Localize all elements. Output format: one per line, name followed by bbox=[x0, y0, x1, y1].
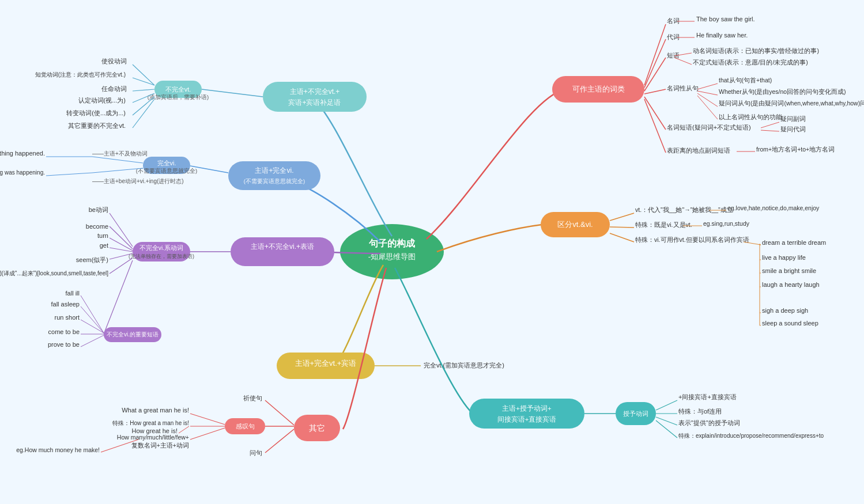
svg-line-80 bbox=[190, 428, 225, 439]
svg-line-47 bbox=[110, 258, 133, 274]
svg-text:特殊：vi.可用作vt.但要以同系名词作宾语: 特殊：vi.可用作vt.但要以同系名词作宾语 bbox=[635, 236, 749, 243]
svg-line-73 bbox=[190, 414, 225, 425]
svg-text:其它: 其它 bbox=[309, 423, 325, 433]
svg-rect-16 bbox=[228, 161, 320, 190]
svg-text:eg.sing,run,study: eg.sing,run,study bbox=[703, 220, 750, 227]
svg-text:不完全vi.的重要短语: 不完全vi.的重要短语 bbox=[107, 331, 159, 338]
svg-text:(添加宾语后，需要补语): (添加宾语后，需要补语) bbox=[148, 94, 209, 100]
svg-line-54 bbox=[81, 306, 104, 333]
svg-text:特殊：与of连用: 特殊：与of连用 bbox=[678, 408, 722, 415]
svg-rect-77 bbox=[189, 418, 190, 435]
center-label1: 句子的构成 bbox=[368, 238, 416, 248]
svg-text:live a happy life: live a happy life bbox=[762, 254, 806, 261]
svg-text:知觉动词(注意：此类也可作完全vt.): 知觉动词(注意：此类也可作完全vt.) bbox=[35, 71, 126, 78]
branch1-label1: 主语+不完全vt.+ bbox=[290, 88, 340, 96]
svg-text:eg.love,hate,notice,do,make,en: eg.love,hate,notice,do,make,enjoy bbox=[727, 204, 820, 211]
svg-text:表距离的地点副词短语: 表距离的地点副词短语 bbox=[667, 147, 730, 154]
svg-line-41 bbox=[110, 238, 133, 251]
svg-line-14 bbox=[133, 99, 154, 128]
svg-text:run short: run short bbox=[55, 314, 80, 321]
svg-line-23 bbox=[92, 157, 143, 163]
svg-text:+间接宾语+直接宾语: +间接宾语+直接宾语 bbox=[678, 393, 737, 400]
svg-line-8 bbox=[133, 89, 154, 91]
svg-line-149 bbox=[697, 93, 718, 107]
svg-line-103 bbox=[610, 213, 634, 221]
svg-text:认定动词(视...为): 认定动词(视...为) bbox=[78, 97, 126, 104]
svg-rect-87 bbox=[469, 399, 584, 429]
svg-text:How many/much/little/few+: How many/much/little/few+ bbox=[117, 434, 189, 441]
svg-text:特殊：explain/introduce/propose/r: 特殊：explain/introduce/propose/recommend/e… bbox=[678, 433, 824, 439]
svg-line-0 bbox=[202, 89, 263, 97]
svg-text:不完全vt.: 不完全vt. bbox=[165, 86, 191, 93]
svg-text:疑问代词: 疑问代词 bbox=[780, 126, 806, 132]
svg-line-93 bbox=[656, 400, 677, 410]
svg-text:复数名词+主语+动词: 复数名词+主语+动词 bbox=[131, 442, 189, 449]
svg-text:——主语+不及物动词: ——主语+不及物动词 bbox=[92, 150, 148, 157]
svg-text:主语+完全vt.+宾语: 主语+完全vt.+宾语 bbox=[295, 359, 357, 367]
svg-line-145 bbox=[697, 84, 718, 89]
svg-text:使役动词: 使役动词 bbox=[101, 58, 127, 65]
svg-text:名词: 名词 bbox=[667, 17, 680, 24]
svg-text:疑问副词: 疑问副词 bbox=[780, 115, 806, 122]
svg-line-12 bbox=[133, 97, 154, 115]
svg-text:(无法单独存在，需要加表语): (无法单独存在，需要加表语) bbox=[129, 253, 194, 259]
svg-line-153 bbox=[644, 97, 666, 130]
svg-text:完全vi.: 完全vi. bbox=[157, 160, 176, 166]
branch1-node bbox=[263, 82, 367, 112]
svg-line-27 bbox=[92, 168, 143, 173]
svg-rect-31 bbox=[231, 237, 334, 266]
svg-text:prove to be: prove to be bbox=[48, 341, 80, 348]
svg-text:vt.：代入"我__她"→"她被我__"成立: vt.：代入"我__她"→"她被我__"成立 bbox=[635, 206, 733, 213]
svg-text:以上名词性从句的功能: 以上名词性从句的功能 bbox=[719, 113, 782, 120]
svg-text:名词性从句: 名词性从句 bbox=[667, 85, 699, 92]
center-node bbox=[340, 224, 444, 279]
svg-text:eg.How much money he make!: eg.How much money he make! bbox=[16, 446, 100, 453]
svg-line-143 bbox=[644, 89, 666, 94]
svg-text:特殊：How great a man he is!: 特殊：How great a man he is! bbox=[112, 420, 189, 426]
svg-line-78 bbox=[179, 426, 189, 433]
svg-text:完全vt.(需加宾语意思才完全): 完全vt.(需加宾语意思才完全) bbox=[424, 362, 504, 369]
svg-line-52 bbox=[81, 295, 104, 333]
svg-text:come to be: come to be bbox=[48, 328, 80, 335]
svg-text:be动词: be动词 bbox=[89, 206, 108, 213]
svg-text:smile a bright smile: smile a bright smile bbox=[762, 267, 816, 274]
branch1-line bbox=[311, 97, 392, 236]
svg-text:表示"提供"的授予动词: 表示"提供"的授予动词 bbox=[678, 419, 740, 426]
svg-text:fall ill: fall ill bbox=[66, 290, 80, 297]
svg-text:名词短语(疑问词+不定式短语): 名词短语(疑问词+不定式短语) bbox=[667, 124, 751, 131]
svg-line-141 bbox=[674, 58, 692, 65]
svg-text:不定式短语(表示：意愿/目的/未完成的事): 不定式短语(表示：意愿/目的/未完成的事) bbox=[693, 59, 808, 66]
svg-text:sleep a sound sleep: sleep a sound sleep bbox=[762, 320, 818, 327]
svg-text:感官动词(译成"...起来")[look,sound,sme: 感官动词(译成"...起来")[look,sound,smell,taste,f… bbox=[0, 270, 108, 276]
svg-text:区分vt.&vi.: 区分vt.&vi. bbox=[557, 220, 593, 229]
svg-text:(不需要宾语意思就完全): (不需要宾语意思就完全) bbox=[244, 178, 305, 184]
svg-text:主语+授予动词+: 主语+授予动词+ bbox=[502, 404, 552, 412]
svg-line-4 bbox=[133, 65, 154, 85]
svg-text:(不需要宾语意思就完全): (不需要宾语意思就完全) bbox=[136, 168, 197, 174]
svg-text:问句: 问句 bbox=[250, 449, 262, 456]
svg-line-159 bbox=[644, 99, 666, 153]
svg-text:感叹句: 感叹句 bbox=[236, 423, 255, 430]
svg-line-56 bbox=[81, 320, 104, 333]
svg-text:疑问词从句(是由疑问词(when,where,what,wh: 疑问词从句(是由疑问词(when,where,what,why,how)问句变化… bbox=[719, 100, 864, 107]
svg-text:可作主语的词类: 可作主语的词类 bbox=[572, 85, 625, 93]
svg-text:动名词短语(表示：已知的事实/曾经做过的事): 动名词短语(表示：已知的事实/曾经做过的事) bbox=[693, 47, 819, 54]
svg-text:from+地方名词+to+地方名词: from+地方名词+to+地方名词 bbox=[756, 146, 835, 153]
svg-text:dream a terrible dream: dream a terrible dream bbox=[762, 239, 826, 246]
svg-line-60 bbox=[81, 335, 104, 347]
svg-line-97 bbox=[656, 417, 677, 425]
svg-text:eg.Something happened.: eg.Something happened. bbox=[0, 150, 45, 157]
svg-text:turn: turn bbox=[97, 232, 108, 239]
svg-text:授予动词: 授予动词 bbox=[623, 410, 648, 417]
svg-text:get: get bbox=[100, 242, 108, 249]
svg-text:代词: 代词 bbox=[666, 33, 680, 40]
svg-line-147 bbox=[697, 91, 718, 95]
svg-line-157 bbox=[761, 130, 779, 131]
svg-text:转变动词(使...成为...): 转变动词(使...成为...) bbox=[66, 109, 126, 116]
svg-text:祈使句: 祈使句 bbox=[243, 395, 262, 401]
svg-text:fall asleep: fall asleep bbox=[51, 301, 80, 308]
svg-line-107 bbox=[610, 227, 634, 228]
svg-line-85 bbox=[265, 429, 294, 453]
svg-text:The boy saw the girl.: The boy saw the girl. bbox=[696, 16, 755, 22]
svg-text:become: become bbox=[86, 223, 108, 230]
